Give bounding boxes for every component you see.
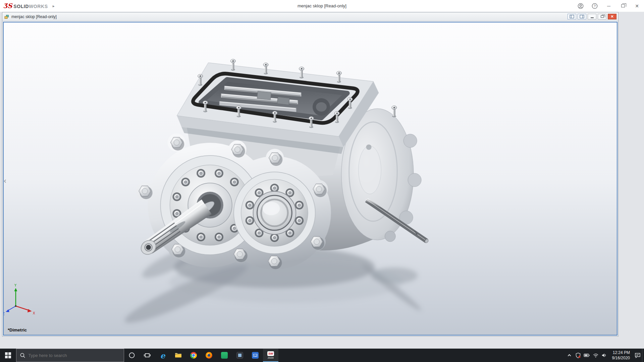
- solidworks-icon-label: SW: [267, 351, 274, 356]
- battery-icon: [584, 352, 590, 358]
- edge-icon: e: [160, 352, 165, 359]
- right-bearing-boss: [234, 172, 315, 254]
- document-window-controls: ✕: [568, 14, 616, 19]
- battery-tray-button[interactable]: [583, 349, 591, 362]
- windows-taskbar: e SW 2020: [0, 349, 644, 362]
- action-center-button[interactable]: [633, 349, 642, 362]
- brand-solid-text: SOLID: [13, 4, 29, 9]
- action-center-icon: [635, 352, 641, 358]
- view-orientation-label: *Dimetric: [8, 327, 27, 333]
- taskbar-clock[interactable]: 12:24 PM 9/16/2020: [609, 349, 633, 362]
- network-tray-button[interactable]: [591, 349, 600, 362]
- chevron-up-icon: [568, 354, 571, 358]
- user-account-icon: [578, 3, 584, 9]
- green-app-button[interactable]: [217, 349, 232, 362]
- doc-minimize-button[interactable]: [588, 14, 596, 19]
- help-icon: ?: [592, 3, 598, 9]
- app-titlebar: ƷS SOLIDWORKS ▸ menjac sklop [Read-only]…: [0, 0, 644, 12]
- task-view-button[interactable]: [140, 349, 155, 362]
- document-window: menjac sklop [Read-only] ✕: [2, 12, 619, 337]
- gearbox-3d-scene[interactable]: Z Y X: [4, 22, 617, 335]
- file-explorer-icon: [174, 352, 182, 359]
- firefox-icon: [206, 352, 212, 359]
- graphics-viewport[interactable]: Z Y X *Dimetric: [3, 22, 618, 336]
- solidworks-taskbar-button[interactable]: SW 2020: [263, 349, 278, 362]
- document-titlebar[interactable]: menjac sklop [Read-only] ✕: [2, 12, 618, 21]
- security-shield-icon: [575, 353, 581, 358]
- task-view-icon: [144, 352, 151, 359]
- green-app-icon: [221, 352, 228, 359]
- minimize-button[interactable]: ─: [602, 0, 616, 12]
- start-button[interactable]: [0, 349, 16, 362]
- close-icon: ✕: [635, 3, 639, 9]
- tray-expand-button[interactable]: [565, 349, 574, 362]
- restore-button[interactable]: [616, 0, 630, 12]
- svg-text:Z: Z: [4, 312, 5, 316]
- document-title: menjac sklop [Read-only]: [11, 14, 57, 19]
- taskbar-search[interactable]: [16, 349, 124, 362]
- doc-close-icon: ✕: [610, 15, 613, 18]
- close-button[interactable]: ✕: [630, 0, 644, 12]
- solidworks-version-badge: 2020: [268, 356, 274, 359]
- brand-works-text: WORKS: [29, 4, 48, 9]
- edge-button[interactable]: e: [155, 349, 170, 362]
- doc-restore-icon: [601, 15, 604, 18]
- solidworks-icon: SW 2020: [267, 351, 275, 359]
- account-button[interactable]: [574, 0, 588, 12]
- clock-time: 12:24 PM: [612, 350, 630, 355]
- doc-close-button[interactable]: ✕: [608, 14, 616, 19]
- volume-icon: [601, 352, 607, 358]
- clock-date: 9/16/2020: [612, 355, 630, 361]
- file-explorer-button[interactable]: [170, 349, 186, 362]
- search-icon: [20, 352, 25, 358]
- cortana-button[interactable]: [124, 349, 140, 362]
- svg-text:Y: Y: [14, 284, 17, 287]
- mail-app-icon: [252, 352, 259, 359]
- cortana-icon: [128, 352, 135, 359]
- show-desktop-button[interactable]: [642, 349, 644, 362]
- solidworks-logo: ƷS SOLIDWORKS: [0, 3, 48, 9]
- doc-dock-left-button[interactable]: [568, 14, 576, 19]
- svg-text:X: X: [33, 311, 35, 315]
- firefox-button[interactable]: [201, 349, 217, 362]
- mail-app-button[interactable]: [248, 349, 263, 362]
- photos-app-button[interactable]: [232, 349, 248, 362]
- photos-app-icon: [236, 352, 243, 359]
- chrome-button[interactable]: [186, 349, 201, 362]
- restore-icon: [621, 4, 625, 7]
- doc-restore-button[interactable]: [598, 14, 606, 19]
- minimize-icon: ─: [607, 3, 610, 9]
- volume-tray-button[interactable]: [600, 349, 609, 362]
- window-dock-left-icon: [570, 15, 574, 18]
- doc-minimize-icon: [591, 17, 594, 18]
- search-input[interactable]: [28, 353, 120, 358]
- pane-collapse-arrow[interactable]: [4, 177, 8, 185]
- solidworks-logo-glyph: ƷS: [3, 3, 12, 9]
- window-dock-right-icon: [580, 15, 584, 18]
- chevron-left-icon: [4, 179, 7, 183]
- menu-expand-arrow-icon[interactable]: ▸: [53, 4, 55, 8]
- windows-logo-icon: [5, 352, 11, 358]
- window-controls: ? ─ ✕: [574, 0, 644, 12]
- assembly-document-icon: [4, 14, 9, 19]
- doc-dock-right-button[interactable]: [578, 14, 586, 19]
- help-button[interactable]: ?: [588, 0, 602, 12]
- window-title: menjac sklop [Read-only]: [298, 3, 346, 8]
- system-tray: 12:24 PM 9/16/2020: [565, 349, 644, 362]
- wifi-icon: [593, 352, 599, 358]
- svg-text:?: ?: [594, 4, 596, 8]
- chrome-icon: [190, 352, 197, 359]
- security-tray-button[interactable]: [574, 349, 583, 362]
